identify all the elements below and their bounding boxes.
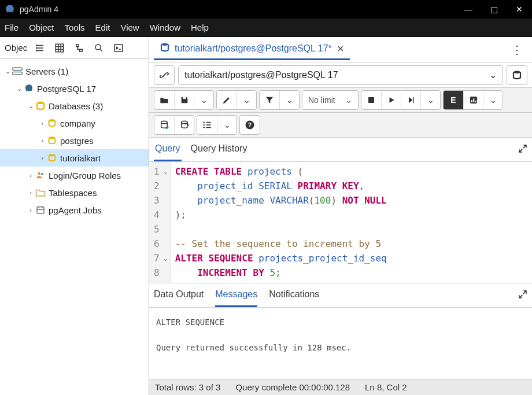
- chevron-right-icon[interactable]: ›: [27, 189, 35, 196]
- chevron-right-icon[interactable]: ›: [27, 206, 35, 213]
- kebab-icon[interactable]: ⋮: [507, 43, 527, 57]
- save-dropdown[interactable]: ⌄: [194, 91, 213, 109]
- sidebar-toolbar: Objec: [0, 37, 149, 59]
- elephant-icon: [23, 83, 35, 94]
- chevron-right-icon[interactable]: ›: [27, 172, 35, 179]
- edit-button[interactable]: [217, 91, 237, 109]
- svg-point-4: [37, 102, 44, 105]
- tree-tablespaces[interactable]: › Tablespaces: [0, 184, 149, 201]
- grid-icon[interactable]: [50, 40, 69, 56]
- execute-to-file-button[interactable]: [401, 91, 420, 109]
- tree-label: pgAgent Jobs: [49, 205, 102, 215]
- tab-notifications[interactable]: Notifications: [269, 283, 319, 307]
- connection-select[interactable]: tutorialkart/postgres@PostgreSQL 17 ⌄: [178, 65, 503, 85]
- macros-dropdown[interactable]: ⌄: [217, 116, 237, 134]
- window-close-icon[interactable]: ✕: [515, 5, 524, 14]
- open-button[interactable]: [154, 91, 174, 109]
- tree-db-postgres[interactable]: › postgres: [0, 132, 149, 149]
- fold-icon[interactable]: ⌄: [162, 251, 168, 265]
- tree-label: company: [60, 119, 95, 128]
- execute-dropdown[interactable]: ⌄: [420, 91, 440, 109]
- chevron-down-icon[interactable]: ⌄: [489, 69, 497, 80]
- close-icon[interactable]: ✕: [337, 43, 344, 54]
- save-button[interactable]: [174, 91, 194, 109]
- menu-file[interactable]: File: [5, 23, 19, 32]
- properties-icon[interactable]: [31, 40, 49, 56]
- message-line: ALTER SEQUENCE: [156, 316, 525, 328]
- edit-dropdown[interactable]: ⌄: [237, 91, 256, 109]
- tree-label: Tablespaces: [49, 188, 97, 198]
- menu-window[interactable]: Window: [150, 23, 180, 32]
- status-cursor: Ln 8, Col 2: [365, 382, 407, 392]
- window-minimize-icon[interactable]: —: [464, 5, 473, 14]
- chevron-right-icon[interactable]: ›: [38, 154, 46, 161]
- execute-button[interactable]: [381, 91, 401, 109]
- svg-text:?: ?: [248, 121, 252, 128]
- connection-text: tutorialkart/postgres@PostgreSQL 17: [184, 70, 338, 80]
- tree-label: Databases (3): [49, 101, 103, 111]
- object-explorer: Objec ⌄ Servers (1) ⌄ PostgreSQL 17 ⌄ Da…: [0, 37, 149, 395]
- svg-rect-3: [13, 72, 23, 75]
- chevron-down-icon[interactable]: ⌄: [15, 85, 23, 93]
- explain-button[interactable]: E: [444, 91, 463, 109]
- chevron-right-icon[interactable]: ›: [38, 137, 46, 144]
- tree-db-tutorialkart[interactable]: › tutorialkart: [0, 149, 149, 167]
- editor-code[interactable]: CREATE TABLE projects ( project_id SERIA…: [171, 162, 391, 283]
- tree-databases[interactable]: ⌄ Databases (3): [0, 97, 149, 115]
- messages-panel[interactable]: ALTER SEQUENCE Query returned successful…: [149, 308, 532, 379]
- chart-dropdown[interactable]: ⌄: [483, 91, 503, 109]
- menu-help[interactable]: Help: [191, 23, 209, 32]
- tree-server[interactable]: ⌄ PostgreSQL 17: [0, 80, 149, 97]
- limit-select[interactable]: No limit ⌄: [302, 91, 358, 109]
- chevron-down-icon[interactable]: ⌄: [27, 102, 35, 110]
- hierarchy-icon[interactable]: [70, 40, 88, 56]
- chevron-down-icon[interactable]: ⌄: [3, 68, 12, 75]
- disconnect-button[interactable]: [154, 65, 175, 85]
- stop-button[interactable]: [361, 91, 381, 109]
- window-title: pgAdmin 4: [20, 5, 58, 14]
- chevron-right-icon[interactable]: ›: [38, 120, 46, 127]
- menu-tools[interactable]: Tools: [65, 23, 85, 32]
- svg-rect-18: [475, 101, 476, 102]
- filter-dropdown[interactable]: ⌄: [279, 91, 299, 109]
- tab-messages[interactable]: Messages: [215, 283, 257, 307]
- tree-jobs[interactable]: › pgAgent Jobs: [0, 201, 149, 219]
- tab-data-output[interactable]: Data Output: [154, 283, 204, 307]
- tree-servers[interactable]: ⌄ Servers (1): [0, 62, 149, 80]
- expand-icon[interactable]: [518, 290, 527, 301]
- menubar: File Object Tools Edit View Window Help: [0, 19, 532, 37]
- tab-query-history[interactable]: Query History: [190, 138, 249, 161]
- help-button[interactable]: ?: [240, 116, 260, 134]
- query-subtabs: Query Query History: [149, 138, 532, 162]
- window-maximize-icon[interactable]: ▢: [489, 5, 498, 14]
- svg-point-11: [161, 43, 168, 46]
- server-button[interactable]: [507, 65, 527, 85]
- tree-roles[interactable]: › Login/Group Roles: [0, 167, 149, 184]
- sql-editor[interactable]: 1⌄ 2 3 4 5 6 7⌄ 8 CREATE TABLE projects …: [149, 162, 532, 283]
- svg-rect-17: [473, 98, 474, 102]
- limit-label: No limit: [308, 95, 335, 105]
- menu-view[interactable]: View: [120, 23, 139, 32]
- tree-db-company[interactable]: › company: [0, 115, 149, 132]
- tab-query[interactable]: Query: [154, 138, 182, 161]
- terminal-icon[interactable]: [109, 40, 128, 56]
- menu-object[interactable]: Object: [29, 23, 54, 32]
- folder-icon: [35, 188, 46, 197]
- filter-button[interactable]: [260, 91, 279, 109]
- search-icon[interactable]: [90, 40, 108, 56]
- users-icon: [35, 170, 46, 180]
- tree-label: PostgreSQL 17: [37, 84, 96, 94]
- menu-edit[interactable]: Edit: [95, 23, 110, 32]
- macros-button[interactable]: [197, 116, 217, 134]
- editor-tab[interactable]: tutorialkart/postgres@PostgreSQL 17* ✕: [154, 39, 350, 60]
- rollback-button[interactable]: [174, 116, 194, 134]
- svg-rect-14: [368, 97, 374, 103]
- status-time: Query complete 00:00:00.128: [235, 382, 350, 392]
- commit-button[interactable]: [154, 116, 174, 134]
- tree[interactable]: ⌄ Servers (1) ⌄ PostgreSQL 17 ⌄ Database…: [0, 59, 149, 395]
- chart-button[interactable]: [463, 91, 483, 109]
- expand-icon[interactable]: [518, 144, 527, 155]
- message-line: Query returned successfully in 128 msec.: [156, 341, 525, 354]
- fold-icon[interactable]: ⌄: [162, 164, 168, 179]
- svg-point-5: [49, 119, 56, 121]
